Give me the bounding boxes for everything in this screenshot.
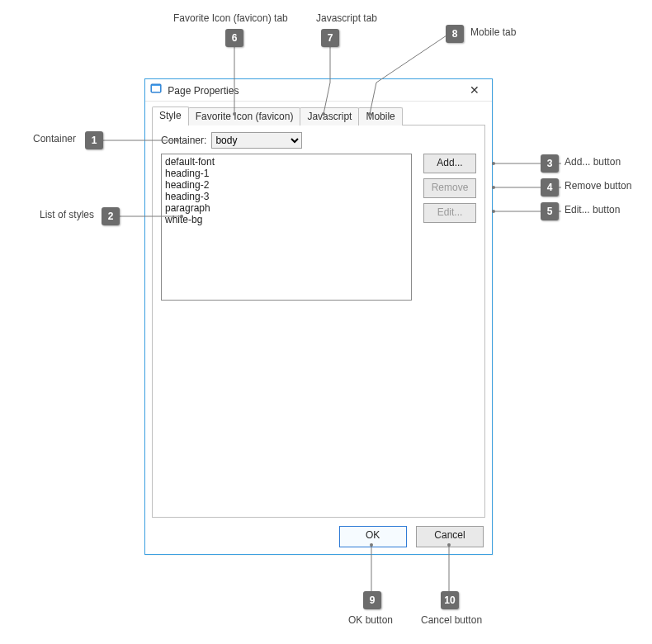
callout-badge-4: 4 [541, 178, 559, 197]
add-button[interactable]: Add... [423, 154, 476, 173]
page-properties-dialog: Page Properties ✕ Style Favorite Icon (f… [144, 78, 493, 555]
styles-listbox[interactable]: default-font heading-1 heading-2 heading… [161, 154, 412, 301]
callout-badge-5: 5 [541, 202, 559, 220]
callout-badge-9: 9 [363, 591, 381, 609]
svg-rect-1 [152, 86, 160, 92]
tab-mobile[interactable]: Mobile [358, 107, 402, 125]
callout-label-1: Container [33, 133, 76, 144]
callout-badge-3: 3 [541, 154, 559, 173]
list-item[interactable]: heading-2 [165, 179, 408, 191]
list-item[interactable]: heading-1 [165, 168, 408, 179]
close-icon[interactable]: ✕ [462, 79, 487, 101]
callout-badge-2: 2 [102, 207, 120, 225]
ok-button[interactable]: OK [339, 526, 407, 547]
callout-label-5: Edit... button [565, 204, 620, 215]
list-item[interactable]: default-font [165, 156, 408, 168]
tabpage-style: Container: body default-font heading-1 h… [152, 125, 485, 518]
tabstrip: Style Favorite Icon (favicon) Javascript… [152, 107, 485, 125]
container-row: Container: body [161, 132, 476, 149]
list-item[interactable]: white-bg [165, 214, 408, 225]
callout-badge-10: 10 [441, 591, 459, 609]
style-buttons: Add... Remove Edit... [423, 154, 476, 301]
callout-label-6: Favorite Icon (favicon) tab [173, 12, 288, 24]
callout-label-10: Cancel button [421, 614, 482, 626]
callout-label-2: List of styles [40, 209, 94, 220]
dialog-footer: OK Cancel [333, 526, 484, 547]
titlebar: Page Properties ✕ [145, 79, 492, 102]
list-item[interactable]: heading-3 [165, 191, 408, 202]
cancel-button[interactable]: Cancel [416, 526, 484, 547]
tab-javascript[interactable]: Javascript [300, 107, 359, 125]
callout-label-9: OK button [348, 614, 393, 626]
window-app-icon [150, 80, 162, 102]
container-label: Container: [161, 135, 206, 146]
callout-badge-1: 1 [85, 131, 103, 149]
callout-label-3: Add... button [565, 156, 621, 168]
callout-badge-7: 7 [321, 29, 339, 47]
tab-favicon[interactable]: Favorite Icon (favicon) [188, 107, 301, 125]
window-title: Page Properties [168, 80, 239, 102]
remove-button[interactable]: Remove [423, 178, 476, 198]
tab-style[interactable]: Style [152, 107, 189, 125]
callout-badge-6: 6 [225, 29, 243, 47]
list-item[interactable]: paragraph [165, 202, 408, 214]
edit-button[interactable]: Edit... [423, 203, 476, 223]
callout-label-8: Mobile tab [470, 26, 516, 38]
callout-label-7: Javascript tab [316, 12, 377, 24]
callout-badge-8: 8 [446, 25, 464, 43]
container-select[interactable]: body [211, 132, 302, 149]
callout-label-4: Remove button [565, 180, 631, 192]
